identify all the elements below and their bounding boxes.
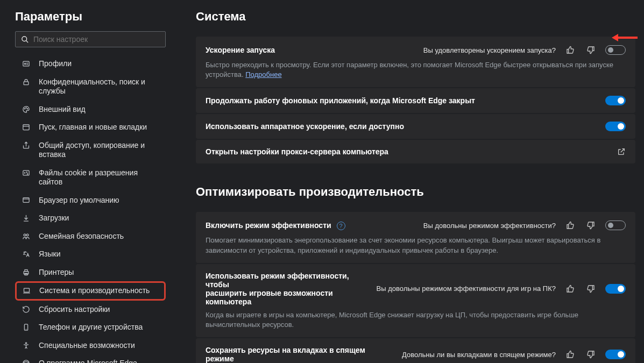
sidebar-item-label: Браузер по умолчанию [39, 196, 119, 205]
thumbs-up-icon[interactable] [564, 283, 576, 295]
toggle-sleeping-tabs[interactable] [605, 350, 626, 359]
sidebar-item-label: Загрузки [39, 213, 69, 223]
search-input-wrap[interactable] [15, 31, 166, 47]
family-icon [20, 232, 31, 240]
language-icon [20, 250, 31, 258]
system-card-group: Ускорение запуска Вы удовлетворены ускор… [196, 37, 635, 163]
thumbs-up-icon[interactable] [564, 219, 576, 231]
svg-point-14 [27, 173, 27, 174]
thumbs-down-icon[interactable] [585, 348, 597, 360]
card-startup-boost: Ускорение запуска Вы удовлетворены ускор… [196, 37, 635, 87]
thumbs-down-icon[interactable] [585, 219, 597, 231]
toggle-efficiency-mode[interactable] [605, 220, 626, 230]
card-title: Сохранять ресурсы на вкладках в спящем р… [206, 346, 395, 363]
svg-point-13 [26, 172, 27, 172]
sidebar-item-share[interactable]: Общий доступ, копирование и вставка [15, 137, 166, 164]
sidebar-item-label: О программе Microsoft Edge [39, 359, 137, 363]
window-icon [20, 123, 31, 131]
svg-point-27 [25, 342, 27, 344]
share-icon [20, 141, 31, 150]
sidebar-item-label: Система и производительность [39, 286, 150, 296]
sidebar-item-reset[interactable]: Сбросить настройки [15, 301, 166, 319]
sidebar-item-profiles[interactable]: Профили [15, 55, 166, 73]
edge-icon [20, 359, 31, 363]
sidebar-item-phone[interactable]: Телефон и другие устройства [15, 318, 166, 337]
lock-icon [20, 78, 31, 86]
sidebar-item-printers[interactable]: Принтеры [15, 264, 166, 282]
card-proxy-settings[interactable]: Открыть настройки прокси-сервера компьют… [196, 140, 635, 163]
svg-rect-11 [23, 170, 29, 175]
toggle-hardware-acceleration[interactable] [605, 122, 626, 131]
printer-icon [20, 268, 31, 276]
phone-icon [20, 323, 31, 331]
sidebar-item-label: Семейная безопасность [39, 232, 124, 241]
sidebar-item-start[interactable]: Пуск, главная и новые вкладки [15, 118, 166, 137]
toggle-startup-boost[interactable] [605, 45, 626, 55]
svg-rect-15 [23, 197, 29, 202]
svg-rect-8 [23, 125, 29, 130]
settings-sidebar: Параметры Профили Конфиденциальность, по… [0, 0, 172, 363]
card-description: Помогает минимизировать энергопользовани… [206, 236, 626, 255]
download-icon [20, 214, 31, 222]
learn-more-link[interactable]: Подробнее [245, 70, 281, 79]
sidebar-item-label: Телефон и другие устройства [39, 323, 143, 332]
settings-content: Система Ускорение запуска Вы удовлетворе… [172, 0, 644, 363]
browser-icon [20, 196, 31, 204]
card-title: Включить режим эффективности [206, 221, 331, 230]
section-title-performance: Оптимизировать производительность [196, 185, 635, 199]
svg-point-3 [24, 63, 26, 65]
card-title-wrap: Использовать режим эффективности, чтобы … [206, 272, 370, 306]
thumbs-up-icon[interactable] [564, 348, 576, 360]
sidebar-item-label: Профили [39, 59, 72, 69]
profile-icon [20, 60, 31, 68]
thumbs-down-icon[interactable] [585, 283, 597, 295]
svg-point-18 [24, 234, 26, 236]
thumbs-down-icon[interactable] [585, 44, 597, 56]
card-title: Ускорение запуска [206, 46, 275, 54]
sidebar-item-languages[interactable]: Языки [15, 245, 166, 264]
svg-point-19 [26, 234, 29, 236]
sidebar-item-label: Сбросить настройки [39, 305, 110, 315]
external-link-icon [617, 147, 626, 156]
card-title: Открыть настройки прокси-сервера компьют… [206, 147, 388, 156]
sidebar-item-label: Общий доступ, копирование и вставка [39, 141, 160, 160]
feedback-question: Вы довольны режимом эффективности? [423, 222, 556, 230]
sidebar-item-system[interactable]: Система и производительность [15, 281, 166, 301]
sidebar-item-default-browser[interactable]: Браузер по умолчанию [15, 191, 166, 210]
card-background-apps: Продолжать работу фоновых приложений, ко… [196, 88, 635, 113]
sidebar-item-label: Пуск, главная и новые вкладки [39, 123, 147, 132]
svg-rect-4 [24, 81, 29, 84]
sidebar-item-family[interactable]: Семейная безопасность [15, 227, 166, 246]
card-gaming-efficiency: Использовать режим эффективности, чтобы … [196, 264, 635, 337]
sidebar-item-privacy[interactable]: Конфиденциальность, поиск и службы [15, 73, 166, 101]
search-input[interactable] [33, 35, 160, 44]
reset-icon [20, 305, 31, 314]
card-title-line2: расширить игровые возможности компьютера [206, 289, 370, 306]
toggle-background-apps[interactable] [605, 96, 626, 105]
card-description: Когда вы играете в игры на компьютере, M… [206, 310, 626, 330]
svg-point-5 [24, 108, 25, 109]
accessibility-icon [20, 341, 31, 350]
card-hardware-acceleration: Использовать аппаратное ускорение, если … [196, 114, 635, 139]
sidebar-item-label: Конфиденциальность, поиск и службы [39, 77, 160, 96]
sidebar-item-accessibility[interactable]: Специальные возможности [15, 337, 166, 355]
svg-point-7 [27, 108, 27, 109]
feedback-question: Вы довольны режимом эффективности для иг… [377, 284, 556, 293]
sidebar-item-label: Языки [39, 250, 61, 259]
toggle-gaming-efficiency[interactable] [605, 284, 626, 294]
card-sleeping-tabs: Сохранять ресурсы на вкладках в спящем р… [196, 338, 635, 363]
thumbs-up-icon[interactable] [564, 44, 576, 56]
sidebar-item-downloads[interactable]: Загрузки [15, 209, 166, 227]
sidebar-item-appearance[interactable]: Внешний вид [15, 101, 166, 119]
sidebar-title: Параметры [15, 10, 166, 24]
sidebar-item-label: Внешний вид [39, 105, 86, 115]
sidebar-item-cookies[interactable]: Файлы cookie и разрешения сайтов [15, 164, 166, 191]
svg-point-12 [24, 172, 25, 173]
sidebar-item-about[interactable]: О программе Microsoft Edge [15, 354, 166, 363]
sidebar-item-label: Принтеры [39, 268, 74, 277]
laptop-icon [21, 287, 32, 295]
info-icon[interactable]: ? [337, 222, 345, 230]
card-description: Быстро переходить к просмотру. Если этот… [206, 60, 626, 80]
palette-icon [20, 105, 31, 113]
sidebar-item-label: Файлы cookie и разрешения сайтов [39, 168, 160, 187]
